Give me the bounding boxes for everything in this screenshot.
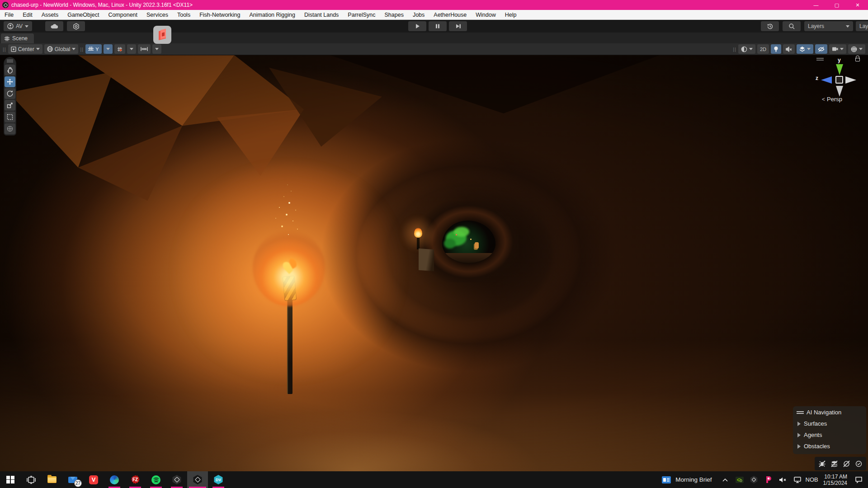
- tool-handle-rotation-dropdown[interactable]: Global: [44, 44, 79, 54]
- play-button[interactable]: [408, 21, 426, 31]
- gizmo-y-axis-cone[interactable]: [836, 64, 843, 75]
- layers-dropdown[interactable]: Layers: [804, 21, 853, 31]
- orientation-gizmo[interactable]: y z < Persp: [816, 56, 863, 103]
- view-hand-tool[interactable]: [5, 65, 15, 75]
- menu-tools[interactable]: Tools: [173, 12, 195, 18]
- rect-tool[interactable]: [5, 112, 15, 122]
- cloud-button[interactable]: [45, 21, 63, 31]
- menu-parrelsync[interactable]: ParrelSync: [343, 12, 380, 18]
- gizmos-dropdown[interactable]: [848, 44, 865, 54]
- menu-gameobject[interactable]: GameObject: [63, 12, 104, 18]
- menu-component[interactable]: Component: [104, 12, 142, 18]
- overlay-drag-handle[interactable]: [7, 60, 13, 62]
- grid-axis-label: Y: [95, 47, 99, 52]
- scene-visibility-toggle[interactable]: [815, 44, 827, 54]
- step-button[interactable]: [449, 21, 467, 31]
- tray-volume-button[interactable]: [776, 471, 790, 488]
- menu-distant-lands[interactable]: Distant Lands: [300, 12, 343, 18]
- notification-center-button[interactable]: [852, 471, 865, 488]
- play-icon: [415, 23, 420, 29]
- file-explorer-button[interactable]: [42, 471, 62, 488]
- services-button[interactable]: [67, 21, 85, 31]
- unity-editor-button[interactable]: [187, 471, 208, 488]
- edge-button[interactable]: [104, 471, 125, 488]
- search-button[interactable]: [783, 21, 801, 31]
- tray-nvidia-button[interactable]: [733, 471, 746, 488]
- toolbar-drag-handle-right[interactable]: ||: [733, 47, 736, 52]
- check-circle-icon[interactable]: [855, 460, 863, 468]
- unity-hub-button[interactable]: [166, 471, 187, 488]
- eye-slash-icon: [818, 47, 825, 52]
- tool-handle-position-dropdown[interactable]: Center: [8, 44, 42, 54]
- nav-section-obstacles[interactable]: Obstacles: [797, 443, 863, 450]
- mail-button[interactable]: 27: [62, 471, 83, 488]
- 2d-mode-toggle[interactable]: 2D: [757, 44, 769, 54]
- menu-aetherhouse[interactable]: AetherHouse: [429, 12, 471, 18]
- filezilla-button[interactable]: FZ: [125, 471, 146, 488]
- menu-animation-rigging[interactable]: Animation Rigging: [245, 12, 299, 18]
- move-tool[interactable]: [5, 76, 15, 87]
- layers-disabled-icon[interactable]: [830, 460, 838, 468]
- gizmo-center-cube[interactable]: [835, 76, 843, 84]
- tray-network-button[interactable]: [791, 471, 804, 488]
- menu-window[interactable]: Window: [471, 12, 500, 18]
- menu-help[interactable]: Help: [500, 12, 521, 18]
- clock[interactable]: 10:17 AM 1/15/2024: [820, 474, 851, 486]
- menu-fish-networking[interactable]: Fish-Networking: [195, 12, 245, 18]
- scale-tool[interactable]: [5, 100, 15, 111]
- floating-asset-icon[interactable]: [153, 26, 171, 44]
- language-indicator[interactable]: NOB: [805, 471, 819, 488]
- gizmo-z-axis-cone[interactable]: [821, 76, 832, 84]
- bug-disabled-icon[interactable]: [818, 460, 826, 468]
- overlay-drag-handle[interactable]: [797, 411, 804, 414]
- snap-settings-dropdown[interactable]: [127, 44, 136, 54]
- account-button[interactable]: AV: [4, 21, 32, 31]
- grid-visibility-toggle[interactable]: Y: [85, 44, 101, 54]
- start-button[interactable]: [0, 471, 21, 488]
- increment-snap-dropdown[interactable]: [152, 44, 161, 54]
- scene-viewport[interactable]: y z < Persp AI Navigation Surfaces Agent…: [0, 55, 868, 471]
- news-widget-button[interactable]: Morning Brief: [656, 471, 717, 488]
- menu-services[interactable]: Services: [142, 12, 173, 18]
- snap-toggle[interactable]: [114, 44, 125, 54]
- increment-snap-button[interactable]: [138, 44, 151, 54]
- layout-label: Layout: [859, 23, 868, 29]
- grid-settings-dropdown[interactable]: [104, 44, 113, 54]
- gizmo-down-axis-cone[interactable]: [836, 86, 843, 97]
- menu-jobs[interactable]: Jobs: [408, 12, 429, 18]
- toolbar-drag-handle[interactable]: ||: [3, 47, 6, 52]
- lock-icon[interactable]: [855, 58, 860, 61]
- minimize-button[interactable]: —: [806, 0, 826, 10]
- gizmo-drag-handle[interactable]: [816, 58, 824, 61]
- dv-app-button[interactable]: DV: [208, 471, 229, 488]
- version-history-button[interactable]: [761, 21, 779, 31]
- spotify-button[interactable]: [146, 471, 166, 488]
- maximize-button[interactable]: ▢: [826, 0, 847, 10]
- transform-tool[interactable]: [5, 123, 15, 134]
- nav-section-agents[interactable]: Agents: [797, 432, 863, 438]
- projection-toggle[interactable]: < Persp: [822, 96, 842, 103]
- tray-pink-app-button[interactable]: [762, 471, 775, 488]
- gizmo-x-axis-cone[interactable]: [845, 76, 856, 84]
- task-view-button[interactable]: [21, 471, 42, 488]
- pause-button[interactable]: [429, 21, 447, 31]
- menu-edit[interactable]: Edit: [18, 12, 37, 18]
- nav-section-surfaces[interactable]: Surfaces: [797, 420, 863, 427]
- scene-lighting-toggle[interactable]: [771, 44, 781, 54]
- tray-show-hidden-button[interactable]: [718, 471, 732, 488]
- audio-toggle[interactable]: [783, 44, 795, 54]
- draw-mode-dropdown[interactable]: [738, 44, 755, 54]
- menu-assets[interactable]: Assets: [37, 12, 63, 18]
- vivaldi-button[interactable]: V: [83, 471, 104, 488]
- camera-settings-dropdown[interactable]: [829, 44, 846, 54]
- menu-file[interactable]: File: [0, 12, 18, 18]
- close-button[interactable]: ✕: [847, 0, 868, 10]
- rotate-tool[interactable]: [5, 88, 15, 99]
- effects-toggle[interactable]: [797, 44, 813, 54]
- search-icon: [788, 23, 795, 30]
- overlay-disabled-icon[interactable]: [843, 460, 850, 468]
- tray-unity-button[interactable]: [747, 471, 761, 488]
- tab-scene[interactable]: Scene: [1, 33, 34, 43]
- layout-dropdown[interactable]: Layout: [856, 21, 868, 31]
- menu-shapes[interactable]: Shapes: [380, 12, 408, 18]
